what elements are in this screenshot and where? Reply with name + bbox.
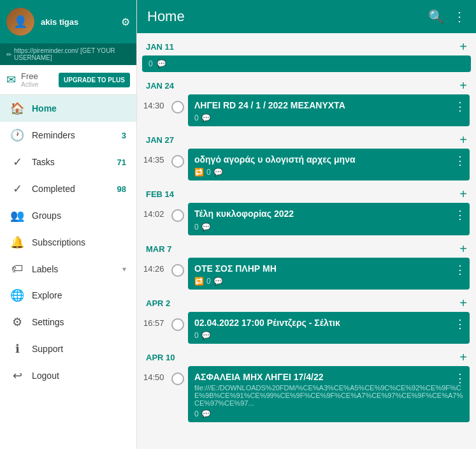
- task-card[interactable]: ⋮ ΟΤΕ ΣΟΣ ΠΛΗΡ ΜΗ 🔁 0 💬: [188, 258, 470, 290]
- sidebar-item-completed[interactable]: ✓ Completed 98: [0, 175, 136, 202]
- explore-icon: 🌐: [10, 288, 24, 302]
- date-label: JAN 11: [146, 42, 174, 52]
- subscriptions-icon: 🔔: [10, 235, 24, 249]
- task-card[interactable]: ⋮ ΑΣΦΑΛΕΙΑ ΜΗΧ ΛΗΓΕΙ 17/4/22 file:///E:/…: [188, 366, 470, 422]
- task-meta: 0 💬: [194, 409, 463, 418]
- upgrade-button[interactable]: UPGRADE TO PLUS: [59, 73, 130, 87]
- comment-icon: 💬: [213, 277, 223, 286]
- add-task-icon[interactable]: +: [459, 40, 467, 54]
- date-section-jan-24: JAN 24 + 14:30 ⋮ ΛΗΓΕΙ RD 24 / 1 / 2022 …: [142, 76, 471, 126]
- task-time: 14:30: [143, 94, 168, 110]
- nav-label-groups: Groups: [32, 210, 61, 221]
- task-row: 14:30 ⋮ ΛΗΓΕΙ RD 24 / 1 / 2022 ΜΕΣΑΝΥΧΤΑ…: [142, 94, 471, 126]
- nav-label-home: Home: [32, 103, 57, 114]
- date-section-apr-10: APR 10 + 14:50 ⋮ ΑΣΦΑΛΕΙΑ ΜΗΧ ΛΗΓΕΙ 17/4…: [142, 348, 471, 422]
- labels-icon: 🏷: [10, 262, 24, 276]
- task-row: 14:50 ⋮ ΑΣΦΑΛΕΙΑ ΜΗΧ ΛΗΓΕΙ 17/4/22 file:…: [142, 366, 471, 422]
- sidebar-item-home[interactable]: 🏠 Home: [0, 95, 136, 122]
- task-time: 14:50: [143, 366, 168, 382]
- nav-label-tasks: Tasks: [32, 157, 55, 167]
- task-menu-icon[interactable]: ⋮: [454, 208, 466, 222]
- task-time: 14:35: [143, 149, 168, 165]
- sidebar-header: 👤 akis tigas ⚙: [0, 0, 136, 43]
- avatar: 👤: [6, 8, 34, 36]
- pencil-icon: ✏: [6, 51, 11, 58]
- sidebar-item-explore[interactable]: 🌐 Explore: [0, 282, 136, 309]
- settings-icon[interactable]: ⚙: [121, 16, 130, 28]
- send-icon: ✉: [6, 73, 16, 87]
- task-title: 02.04.2022 17:00 Ρέιντζερς - Σέλτικ: [194, 317, 463, 328]
- sidebar: 👤 akis tigas ⚙ ✏ https://pireminder.com/…: [0, 0, 137, 449]
- task-complete-circle[interactable]: [171, 209, 184, 222]
- nav-label-settings: Settings: [32, 317, 64, 327]
- sidebar-item-tasks[interactable]: ✓ Tasks 71: [0, 149, 136, 175]
- sidebar-plan-row: ✉ Free Active UPGRADE TO PLUS: [0, 65, 136, 95]
- add-task-icon[interactable]: +: [459, 78, 467, 93]
- add-task-icon[interactable]: +: [459, 242, 467, 256]
- sidebar-item-reminders[interactable]: 🕐 Reminders 3: [0, 122, 136, 149]
- nav-label-support: Support: [32, 344, 63, 354]
- settings-icon: ⚙: [10, 315, 24, 329]
- comment-count: 0: [194, 331, 199, 340]
- avatar-image: 👤: [6, 8, 34, 36]
- date-label: MAR 7: [146, 244, 171, 254]
- search-icon[interactable]: 🔍: [428, 9, 444, 24]
- date-label: JAN 24: [146, 81, 174, 91]
- task-complete-circle[interactable]: [171, 318, 184, 331]
- task-meta: 0 💬: [194, 331, 463, 340]
- task-complete-circle[interactable]: [171, 372, 184, 385]
- task-title: ΛΗΓΕΙ RD 24 / 1 / 2022 ΜΕΣΑΝΥΧΤΑ: [194, 99, 463, 111]
- sidebar-item-subscriptions[interactable]: 🔔 Subscriptions: [0, 229, 136, 256]
- nav-list: 🏠 Home 🕐 Reminders 3 ✓ Tasks 71 ✓ Comple…: [0, 95, 136, 389]
- sidebar-item-logout[interactable]: ↩ Logout: [0, 362, 136, 389]
- comment-icon: 💬: [201, 409, 211, 418]
- task-menu-icon[interactable]: ⋮: [454, 99, 466, 114]
- task-menu-icon[interactable]: ⋮: [454, 317, 466, 331]
- add-task-icon[interactable]: +: [459, 187, 467, 202]
- comment-icon: 💬: [157, 59, 166, 68]
- username-label: akis tigas: [41, 17, 115, 27]
- reminders-icon: 🕐: [10, 128, 24, 142]
- add-task-icon[interactable]: +: [459, 350, 467, 365]
- sidebar-item-labels[interactable]: 🏷 Labels ▾: [0, 256, 136, 282]
- logout-icon: ↩: [10, 369, 24, 383]
- task-time: 14:02: [143, 203, 168, 219]
- plan-status: Active: [21, 81, 38, 88]
- task-complete-circle[interactable]: [171, 101, 184, 114]
- comment-icon: 💬: [201, 114, 211, 122]
- task-card[interactable]: ⋮ ΛΗΓΕΙ RD 24 / 1 / 2022 ΜΕΣΑΝΥΧΤΑ 0 💬: [188, 94, 470, 126]
- task-card[interactable]: ⋮ Τέλη κυκλοφορίας 2022 0 💬: [188, 203, 470, 235]
- plan-info: Free Active: [21, 71, 38, 88]
- main-header: Home 🔍 ⋮: [137, 0, 476, 33]
- date-row: JAN 24 +: [142, 76, 471, 94]
- comment-count: 0: [206, 168, 211, 177]
- task-menu-icon[interactable]: ⋮: [454, 263, 466, 277]
- date-section-jan-27: JAN 27 + 14:35 ⋮ οδηγό αγοράς υ ολογιστή…: [142, 130, 471, 180]
- task-title: ΟΤΕ ΣΟΣ ΠΛΗΡ ΜΗ: [194, 263, 463, 274]
- date-section-feb-14: FEB 14 + 14:02 ⋮ Τέλη κυκλοφορίας 2022 0…: [142, 184, 471, 235]
- date-section-apr-2: APR 2 + 16:57 ⋮ 02.04.2022 17:00 Ρέιντζε…: [142, 293, 471, 344]
- comment-count: 0: [194, 409, 199, 418]
- add-task-icon[interactable]: +: [459, 296, 467, 311]
- more-vert-icon[interactable]: ⋮: [453, 9, 466, 24]
- sidebar-item-support[interactable]: ℹ Support: [0, 335, 136, 362]
- sidebar-url-bar[interactable]: ✏ https://pireminder.com/ [GET YOUR USER…: [0, 43, 136, 65]
- task-complete-circle[interactable]: [171, 264, 184, 277]
- task-row: 14:02 ⋮ Τέλη κυκλοφορίας 2022 0 💬: [142, 203, 471, 235]
- main-content: JAN 11 + 0 💬 JAN 24 + 14:30 ⋮ ΛΗΓΕΙ RD 2…: [137, 33, 476, 449]
- plan-label: Free: [21, 71, 38, 81]
- task-menu-icon[interactable]: ⋮: [454, 371, 466, 385]
- sidebar-item-groups[interactable]: 👥 Groups: [0, 202, 136, 229]
- task-card[interactable]: ⋮ οδηγό αγοράς υ ολογιστή αρχες μηνα 🔁 0…: [188, 149, 470, 180]
- nav-badge-reminders: 3: [122, 131, 126, 140]
- add-task-icon[interactable]: +: [459, 133, 467, 147]
- date-label: JAN 27: [146, 135, 174, 145]
- task-menu-icon[interactable]: ⋮: [454, 154, 466, 168]
- url-text: https://pireminder.com/ [GET YOUR USERNA…: [14, 47, 130, 61]
- header-icons: 🔍 ⋮: [428, 9, 466, 24]
- task-complete-circle[interactable]: [171, 155, 184, 168]
- sidebar-item-settings[interactable]: ⚙ Settings: [0, 309, 136, 335]
- task-card[interactable]: ⋮ 02.04.2022 17:00 Ρέιντζερς - Σέλτικ 0 …: [188, 312, 470, 344]
- date-row: APR 10 +: [142, 348, 471, 366]
- task-title: οδηγό αγοράς υ ολογιστή αρχες μηνα: [194, 154, 463, 165]
